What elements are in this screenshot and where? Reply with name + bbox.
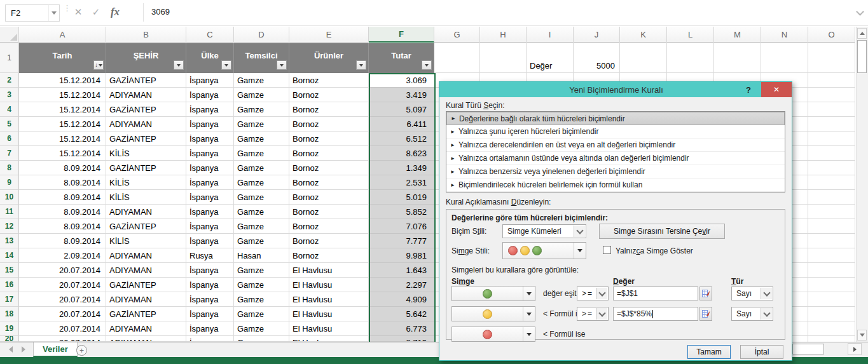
column-header-B[interactable]: B <box>106 27 186 43</box>
icon-select-yellow[interactable] <box>451 306 535 321</box>
rule2-type-select[interactable]: Sayı <box>731 307 773 321</box>
horizontal-scroll-thumb[interactable] <box>792 344 824 354</box>
cell[interactable]: Gamze <box>234 190 289 205</box>
cell[interactable]: Bornoz <box>289 190 369 205</box>
chevron-down-icon[interactable] <box>596 288 607 299</box>
row-header-15[interactable]: 15 <box>0 263 19 278</box>
cell[interactable]: 5.019 <box>369 190 434 205</box>
cell[interactable]: 8.09.2014 <box>19 205 106 219</box>
cell[interactable]: İspanya <box>186 263 234 278</box>
column-header-C[interactable]: C <box>186 27 234 43</box>
close-icon[interactable]: ✕ <box>761 82 792 97</box>
cell[interactable]: Bornoz <box>289 73 369 88</box>
cell[interactable]: İspanya <box>186 161 234 175</box>
cell[interactable]: 6.411 <box>369 117 434 131</box>
cell[interactable]: Hasan <box>234 248 289 263</box>
cell[interactable]: 15.12.2014 <box>19 131 106 146</box>
rule-type-option[interactable]: ►Biçimlendirilecek hücreleri belirlemek … <box>446 179 785 192</box>
row-header-17[interactable]: 17 <box>0 292 19 307</box>
cell[interactable]: ADIYAMAN <box>106 117 186 131</box>
cell[interactable]: Gamze <box>234 219 289 234</box>
cell[interactable]: İspanya <box>186 146 234 161</box>
icon-select-green[interactable] <box>451 286 535 301</box>
cell[interactable]: 7.076 <box>369 219 434 234</box>
cell[interactable]: 15.12.2014 <box>19 73 106 88</box>
cell[interactable]: 5.852 <box>369 205 434 219</box>
cell[interactable]: 4.909 <box>369 292 434 307</box>
filter-dropdown-icon[interactable] <box>277 60 287 70</box>
cell[interactable]: 6.773 <box>369 321 434 336</box>
table-header-Tutar[interactable]: Tutar <box>369 43 434 73</box>
cell[interactable]: 15.12.2014 <box>19 146 106 161</box>
cell[interactable]: 8.09.2014 <box>19 175 106 190</box>
column-header-I[interactable]: I <box>527 27 574 43</box>
cell[interactable]: 15.12.2014 <box>19 117 106 131</box>
cell[interactable]: 6.512 <box>369 131 434 146</box>
vertical-scroll-thumb[interactable] <box>857 40 867 73</box>
row-header-6[interactable]: 6 <box>0 131 19 146</box>
cell[interactable]: Gamze <box>234 73 289 88</box>
dropdown-arrow-icon[interactable] <box>523 327 535 341</box>
cell[interactable]: İspanya <box>186 205 234 219</box>
table-header-Temsilci[interactable]: Temsilci <box>234 43 289 73</box>
cell[interactable]: GAZİANTEP <box>106 131 186 146</box>
row-header-18[interactable]: 18 <box>0 307 19 321</box>
table-header-Tarih[interactable]: Tarih↓ <box>19 43 106 73</box>
cell[interactable]: ADIYAMAN <box>106 321 186 336</box>
rule-type-option[interactable]: ►Değerlerine bağlı olarak tüm hücreleri … <box>446 112 785 125</box>
cell[interactable]: İspanya <box>186 102 234 117</box>
cell[interactable]: 2.531 <box>369 175 434 190</box>
cell[interactable]: 3.419 <box>369 88 434 102</box>
rule2-operator-select[interactable]: >= <box>577 307 609 321</box>
cell[interactable]: Gamze <box>234 102 289 117</box>
column-header-K[interactable]: K <box>620 27 667 43</box>
cell[interactable]: Gamze <box>234 321 289 336</box>
cell[interactable]: GAZİANTEP <box>106 102 186 117</box>
cell[interactable]: ADIYAMAN <box>106 292 186 307</box>
column-header-F[interactable]: F <box>369 27 434 43</box>
cell[interactable]: 20.07.2014 <box>19 321 106 336</box>
cell[interactable]: GAZİANTEP <box>106 73 186 88</box>
column-header-E[interactable]: E <box>289 27 369 43</box>
rule-type-option[interactable]: ►Yalnızca derecelendirilen en üst veya e… <box>446 138 785 152</box>
cell[interactable]: Bornoz <box>289 205 369 219</box>
cell[interactable]: İspanya <box>186 131 234 146</box>
cell[interactable]: GAZİANTEP <box>106 219 186 234</box>
cell[interactable]: Gamze <box>234 205 289 219</box>
cell[interactable]: Gamze <box>234 263 289 278</box>
column-header-O[interactable]: O <box>808 27 855 43</box>
column-header-M[interactable]: M <box>714 27 761 43</box>
cell[interactable]: İspanya <box>186 73 234 88</box>
show-icon-only-checkbox[interactable] <box>603 246 611 254</box>
cell[interactable]: El Havlusu <box>289 292 369 307</box>
column-header-A[interactable]: A <box>19 27 106 43</box>
cell[interactable]: 5.642 <box>369 307 434 321</box>
cell[interactable]: 1.349 <box>369 161 434 175</box>
dropdown-arrow-icon[interactable] <box>523 307 535 321</box>
column-header-D[interactable]: D <box>234 27 289 43</box>
cell-J1[interactable]: 5000 <box>574 43 620 72</box>
icon-select-red[interactable] <box>451 327 535 342</box>
filter-dropdown-icon[interactable] <box>422 60 432 70</box>
row-header-11[interactable]: 11 <box>0 205 19 219</box>
cell[interactable]: Gamze <box>234 146 289 161</box>
cell[interactable]: Gamze <box>234 117 289 131</box>
sheet-tab-veriler[interactable]: Veriler <box>33 342 78 357</box>
scroll-up-icon[interactable] <box>857 28 867 39</box>
row-header-19[interactable]: 19 <box>0 321 19 336</box>
cell[interactable]: 15.12.2014 <box>19 102 106 117</box>
column-header-L[interactable]: L <box>667 27 714 43</box>
scroll-right-icon[interactable] <box>848 343 862 355</box>
column-header-G[interactable]: G <box>434 27 480 43</box>
cell[interactable]: Rusya <box>186 248 234 263</box>
rule1-type-select[interactable]: Sayı <box>731 286 773 300</box>
cell[interactable]: 20.07.2014 <box>19 263 106 278</box>
cell[interactable]: ADIYAMAN <box>106 205 186 219</box>
cell[interactable]: İspanya <box>186 336 234 342</box>
cancel-button[interactable]: İptal <box>740 345 783 359</box>
cell[interactable]: 8.09.2014 <box>19 190 106 205</box>
prev-sheet-icon[interactable] <box>9 346 13 353</box>
cell[interactable]: 20.07.2014 <box>19 292 106 307</box>
cell[interactable]: 20.07.2014 <box>19 336 106 342</box>
cell[interactable]: İspanya <box>186 190 234 205</box>
